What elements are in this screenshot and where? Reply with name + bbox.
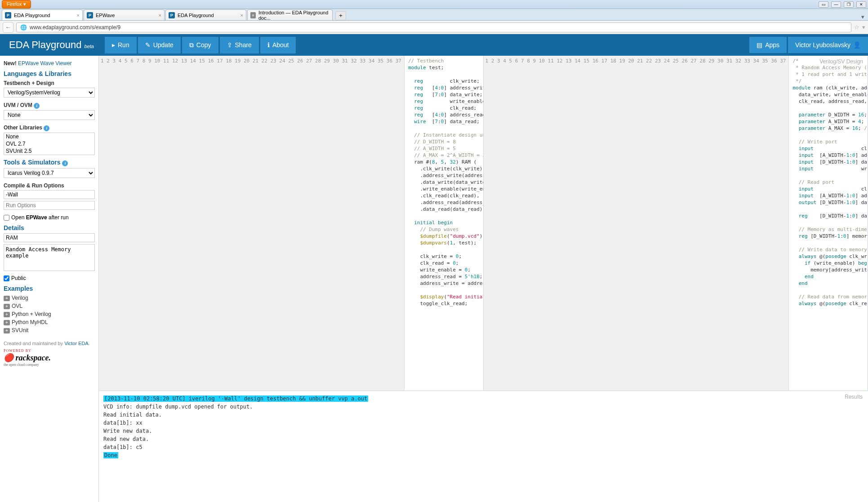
example-item[interactable]: Python MyHDL [4, 318, 95, 326]
public-label: Public [11, 275, 26, 281]
public-checkbox[interactable] [4, 275, 9, 281]
copy-button[interactable]: ⧉Copy [182, 37, 218, 53]
example-item[interactable]: Python + Verilog [4, 310, 95, 318]
run-button[interactable]: ▸Run [105, 37, 137, 53]
browser-tab[interactable]: P EDA Playground × [165, 9, 246, 20]
details-heading: Details [4, 224, 95, 231]
pencil-icon: ✎ [145, 41, 151, 49]
info-icon[interactable]: i [62, 160, 68, 166]
other-libs-list[interactable]: None OVL 2.7 SVUnit 2.5 [4, 133, 95, 155]
new-tab-button[interactable]: + [335, 11, 346, 20]
tab-close-icon[interactable]: × [240, 13, 243, 18]
uvm-label: UVM / OVM i [4, 102, 95, 109]
examples-heading: Examples [4, 285, 95, 292]
app-header: EDA Playground beta ▸Run ✎Update ⧉Copy ⇪… [0, 34, 868, 56]
line-gutter: 1 2 3 4 5 6 7 8 9 10 11 12 13 14 15 16 1… [99, 56, 405, 391]
example-item[interactable]: SVUnit [4, 326, 95, 334]
url-text: www.edaplayground.com/s/example/9 [30, 24, 120, 31]
footer-text: Created and maintained by Victor EDA. [4, 341, 95, 346]
info-icon[interactable]: i [34, 103, 40, 109]
tab-favicon: P [5, 12, 11, 18]
firefox-menu-button[interactable]: Firefox ▾ [2, 0, 31, 9]
other-libs-label: Other Libraries i [4, 124, 95, 131]
console-output[interactable]: [2013-11-10 02:58:20 UTC] iverilog '-Wal… [99, 391, 868, 463]
app-title: EDA Playground beta [0, 39, 103, 51]
apps-button[interactable]: ▤Apps [749, 37, 787, 53]
browser-toolbar: ← 🌐 www.edaplayground.com/s/example/9 ☆ … [0, 21, 868, 34]
browser-tab[interactable]: P EDA Playground × [2, 9, 83, 20]
testbench-design-label: Testbench + Design [4, 80, 95, 86]
sidebar: New! EPWave Wave Viewer Languages & Libr… [0, 56, 99, 502]
tab-overflow-button[interactable]: ▾ [858, 13, 868, 20]
list-item[interactable]: SVUnit 2.5 [4, 147, 94, 155]
play-icon: ▸ [112, 41, 115, 49]
window-extra-button[interactable]: ▭ [819, 1, 828, 8]
testbench-editor[interactable]: 1 2 3 4 5 6 7 8 9 10 11 12 13 14 15 16 1… [99, 56, 484, 391]
share-button[interactable]: ⇪Share [220, 37, 259, 53]
results-label: Results [845, 394, 863, 400]
window-close-button[interactable]: ✕ [856, 1, 866, 8]
browser-tab-strip: P EDA Playground × P EPWave × P EDA Play… [0, 9, 868, 21]
victor-eda-link[interactable]: Victor EDA [64, 341, 89, 346]
apps-icon: ▤ [757, 41, 762, 49]
user-menu[interactable]: Victor Lyuboslavsky 👤 [788, 37, 868, 53]
browser-tab[interactable]: P EPWave × [84, 9, 165, 20]
tab-label: EPWave [96, 13, 115, 18]
tab-label: EDA Playground [178, 13, 214, 18]
tab-close-icon[interactable]: × [159, 13, 161, 18]
compile-options-label: Compile & Run Options [4, 182, 95, 189]
info-icon[interactable]: i [44, 125, 49, 131]
epwave-checkbox-row[interactable]: Open EPWave after run [4, 214, 95, 221]
url-input[interactable]: 🌐 www.edaplayground.com/s/example/9 [16, 22, 851, 32]
tab-label: Introduction — EDA Playground doc... [258, 10, 329, 21]
epwave-checkbox-label: Open EPWave after run [11, 214, 69, 221]
tab-close-icon[interactable]: × [77, 13, 80, 18]
user-icon: 👤 [853, 41, 861, 49]
info-icon: ℹ [267, 41, 270, 49]
code-area[interactable]: // Testbench module test; reg clk_write;… [405, 56, 483, 391]
example-item[interactable]: OVL [4, 302, 95, 310]
languages-heading: Languages & Libraries [4, 70, 95, 77]
window-maximize-button[interactable]: ❐ [844, 1, 854, 8]
copy-icon: ⧉ [189, 41, 194, 49]
epwave-checkbox[interactable] [4, 215, 9, 221]
uvm-select[interactable]: None [4, 110, 95, 120]
share-icon: ⇪ [227, 41, 232, 49]
line-gutter: 1 2 3 4 5 6 7 8 9 10 11 12 13 14 15 16 1… [484, 56, 789, 391]
public-checkbox-row[interactable]: Public [4, 275, 95, 281]
description-input[interactable]: Random Access Memory example [4, 244, 95, 271]
results-panel: Results [2013-11-10 02:58:20 UTC] iveril… [99, 391, 868, 502]
update-button[interactable]: ✎Update [138, 37, 181, 53]
about-button[interactable]: ℹAbout [260, 37, 296, 53]
tab-favicon: P [87, 12, 93, 18]
rackspace-logo: POWERED BY 🔴 rackspace. the open cloud c… [4, 349, 95, 367]
browser-tab[interactable]: ≡ Introduction — EDA Playground doc... [247, 9, 333, 20]
new-banner: New! EPWave Wave Viewer [4, 60, 95, 67]
tool-select[interactable]: Icarus Verilog 0.9.7 [4, 168, 95, 178]
code-area[interactable]: /* * Random Access Memory (RAM) with * 1… [789, 56, 868, 391]
bookmark-icon[interactable]: ▾ [862, 24, 865, 31]
feed-icon[interactable]: ☆ [854, 24, 859, 31]
editor-label: Verilog/SV Design [819, 58, 863, 65]
run-options-input[interactable] [4, 201, 95, 210]
tools-heading: Tools & Simulators i [4, 159, 95, 166]
tab-favicon: P [169, 12, 175, 18]
back-button[interactable]: ← [3, 22, 13, 33]
window-titlebar: Firefox ▾ ▭ — ❐ ✕ [0, 0, 868, 9]
testbench-select[interactable]: Verilog/SystemVerilog [4, 88, 95, 98]
design-editor[interactable]: Verilog/SV Design 1 2 3 4 5 6 7 8 9 10 1… [484, 56, 868, 391]
example-item[interactable]: Verilog [4, 294, 95, 302]
tab-label: EDA Playground [14, 13, 50, 18]
name-input[interactable] [4, 233, 95, 242]
window-minimize-button[interactable]: — [831, 1, 841, 8]
compile-options-input[interactable] [4, 190, 95, 199]
globe-icon: 🌐 [20, 24, 27, 31]
list-item[interactable]: OVL 2.7 [4, 140, 94, 147]
epwave-link[interactable]: EPWave Wave Viewer [18, 60, 72, 67]
list-item[interactable]: None [4, 133, 94, 140]
tab-favicon: ≡ [250, 12, 256, 18]
